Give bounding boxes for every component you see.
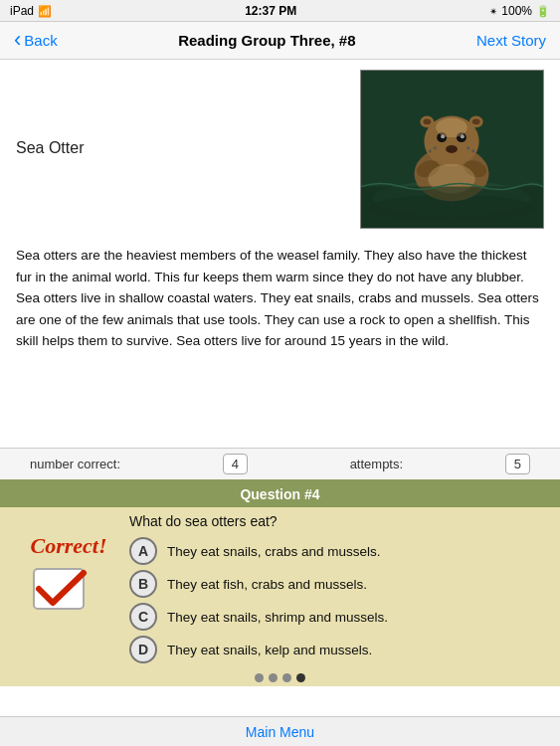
answer-bubble-d: D	[129, 636, 157, 663]
battery-icon	[536, 4, 550, 18]
correct-badge: Correct!	[14, 533, 123, 619]
status-right: 100%	[489, 4, 550, 18]
back-button[interactable]: Back	[14, 31, 58, 51]
answer-row-b[interactable]: BThey eat fish, crabs and mussels.	[129, 570, 544, 598]
correct-checkmark	[14, 561, 123, 619]
story-body: Sea otters are the heaviest members of t…	[16, 239, 544, 358]
status-bar: iPad 12:37 PM 100%	[0, 0, 560, 22]
dot-2	[269, 673, 278, 682]
bottom-bar: Main Menu	[0, 716, 560, 746]
story-title-block: Sea Otter	[16, 139, 340, 157]
correct-value: 4	[223, 454, 248, 474]
status-left: iPad	[10, 4, 52, 18]
dot-1	[255, 673, 264, 682]
answer-text-c: They eat snails, shrimp and mussels.	[167, 610, 388, 625]
question-text: What do sea otters eat?	[0, 507, 560, 533]
svg-point-11	[429, 149, 432, 152]
battery-label: 100%	[501, 4, 532, 18]
svg-point-9	[446, 145, 458, 153]
nav-bar: Back Reading Group Three, #8 Next Story	[0, 22, 560, 60]
answer-text-b: They eat fish, crabs and mussels.	[167, 577, 367, 592]
dot-3	[282, 673, 291, 682]
svg-point-13	[471, 149, 474, 152]
status-time: 12:37 PM	[245, 4, 296, 18]
bluetooth-icon	[489, 4, 497, 18]
answer-row-d[interactable]: DThey eat snails, kelp and mussels.	[129, 636, 544, 663]
story-header: Sea Otter	[16, 70, 544, 229]
main-menu-button[interactable]: Main Menu	[246, 724, 314, 740]
correct-label: number correct:	[30, 457, 120, 471]
answer-bubble-b: B	[129, 570, 157, 598]
correct-text: Correct!	[14, 533, 123, 559]
svg-point-20	[436, 117, 467, 137]
story-image	[360, 70, 544, 229]
answer-row-a[interactable]: AThey eat snails, crabs and mussels.	[129, 537, 544, 565]
answer-row-c[interactable]: CThey eat snails, shrimp and mussels.	[129, 603, 544, 631]
attempts-label: attempts:	[350, 457, 403, 471]
story-title: Sea Otter	[16, 139, 84, 157]
dot-4	[296, 673, 305, 682]
svg-point-17	[472, 118, 480, 124]
svg-point-12	[467, 147, 469, 150]
question-panel: Question #4 Correct! What do sea otters …	[0, 479, 560, 686]
wifi-icon	[38, 4, 52, 18]
svg-point-16	[423, 118, 431, 124]
attempts-value: 5	[505, 454, 530, 474]
device-label: iPad	[10, 4, 34, 18]
question-header: Question #4	[0, 481, 560, 507]
answer-bubble-a: A	[129, 537, 157, 565]
content-area: Sea Otter	[0, 60, 560, 448]
next-story-button[interactable]: Next Story	[476, 32, 546, 49]
answer-text-d: They eat snails, kelp and mussels.	[167, 643, 372, 657]
nav-title: Reading Group Three, #8	[178, 32, 355, 49]
answer-text-a: They eat snails, crabs and mussels.	[167, 544, 381, 559]
answer-bubble-c: C	[129, 603, 157, 631]
svg-point-10	[434, 147, 437, 150]
dots-row	[0, 667, 560, 686]
stats-bar: number correct: 4 attempts: 5	[0, 448, 560, 479]
svg-rect-22	[361, 187, 543, 228]
